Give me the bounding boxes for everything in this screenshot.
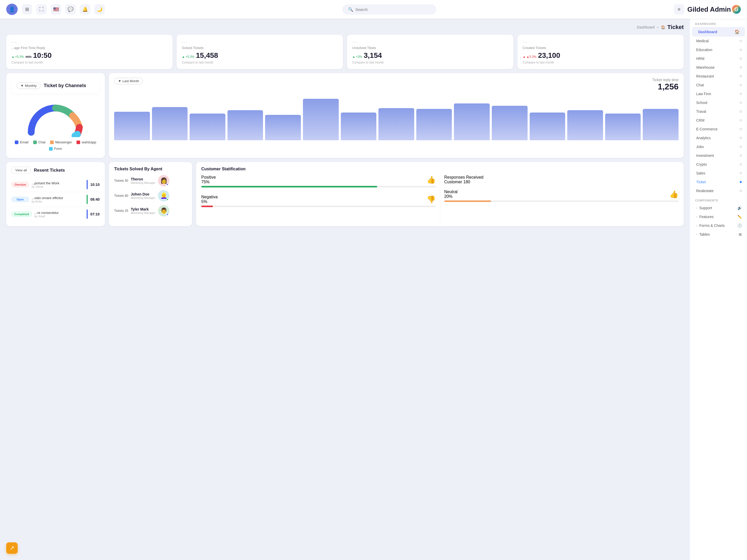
sidebar-item-ecommerce[interactable]: E-Commerce xyxy=(690,125,747,134)
ticket-title-2: ...odio ornare efficitur xyxy=(32,196,84,200)
channels-header: ▼ Monthly Ticket by Channels xyxy=(11,78,100,94)
negative-progress xyxy=(201,206,436,207)
agent-tickets-3: Tickets 25 xyxy=(114,209,128,213)
stat-menu-dots-3[interactable]: ··· xyxy=(352,39,358,45)
bar-col xyxy=(152,107,188,140)
sidebar-dot-traval xyxy=(740,110,742,112)
sidebar-item-medical[interactable]: Medical xyxy=(690,36,747,45)
main-layout: Dashboard − 🏠 Ticket ··· ...age First Ti… xyxy=(0,19,747,560)
list-item: Tickets 50 Theron Marketing Manager 👩 xyxy=(114,175,187,186)
breadcrumb-home-icon: 🏠 xyxy=(661,25,665,29)
agent-avatar-1: 👩 xyxy=(158,175,170,186)
stat-menu-dots-2[interactable]: ··· xyxy=(182,39,187,45)
edit-icon: ✏️ xyxy=(738,215,742,219)
customer-stat-card: Customer Statification Positive 75% 👍 xyxy=(196,162,684,226)
sidebar-label-ticket: Ticket xyxy=(696,180,706,184)
legend-label-wahtsapp: wahtsapp xyxy=(82,140,96,144)
moon-icon-btn[interactable]: 🌙 xyxy=(95,4,105,15)
sidebar-item-hrm[interactable]: HRM xyxy=(690,54,747,63)
sidebar-item-crm[interactable]: CRM xyxy=(690,116,747,125)
positive-progress xyxy=(201,186,436,187)
gauge-legend: Email Chat Messenger wahtsapp xyxy=(11,140,100,151)
neutral-label: Neutral xyxy=(444,189,458,194)
recent-title: Resent Tickets xyxy=(34,168,65,173)
sidebar-item-sales[interactable]: Sales xyxy=(690,169,747,178)
cust-right: Responses Received Customer 180 Neutral … xyxy=(440,175,679,230)
positive-emoji-icon: 👍 xyxy=(427,176,436,184)
recent-header: View all Resent Tickets xyxy=(11,167,100,174)
agent-avatar-2: 👱‍♀️ xyxy=(158,190,170,202)
cust-grid: Positive 75% 👍 xyxy=(201,175,678,230)
stat-menu-dots[interactable]: ··· xyxy=(11,39,17,45)
legend-email: Email xyxy=(15,140,28,144)
bar-col xyxy=(303,99,339,140)
stat-menu-dots-4[interactable]: ··· xyxy=(523,39,528,45)
agent-role-1: Marketing Manager xyxy=(131,181,155,184)
ticket-info-2: ...odio ornare efficitur by Amla xyxy=(32,196,84,203)
sidebar-item-realestate[interactable]: Realestate xyxy=(690,186,747,195)
legend-dot-wahtsapp xyxy=(77,140,80,144)
sidebar-item-traval[interactable]: Traval xyxy=(690,107,747,116)
chat-icon-btn[interactable]: 💬 xyxy=(66,4,76,15)
bar-col xyxy=(567,110,603,140)
sidebar-item-investment[interactable]: Investment xyxy=(690,151,747,160)
sidebar-item-education[interactable]: Education xyxy=(690,45,747,54)
ticket-by-1: by Johne xyxy=(32,185,84,188)
ticket-time-1: 10:10 xyxy=(90,183,100,187)
search-input[interactable] xyxy=(355,7,431,12)
sidebar-item-jobs[interactable]: Jobs xyxy=(690,142,747,151)
view-all-btn[interactable]: View all xyxy=(11,167,31,174)
sidebar-label-warehouse: Warehouse xyxy=(696,65,715,70)
sidebar-item-school[interactable]: School xyxy=(690,98,747,107)
float-action-btn[interactable]: ↗ xyxy=(6,542,18,554)
sidebar-item-analytics[interactable]: Analytics xyxy=(690,134,747,142)
sidebar-item-chat[interactable]: Chat xyxy=(690,81,747,89)
stat-value-created: 23,100 xyxy=(538,51,560,60)
sidebar-item-dashboard[interactable]: Dashboard 🏠 xyxy=(692,27,745,36)
monthly-filter-btn[interactable]: ▼ Monthly xyxy=(17,82,41,89)
grid-icon-btn[interactable]: ⊞ xyxy=(22,4,32,15)
sidebar-item-forms-charts[interactable]: ‹ Forms & Charts 🕐 xyxy=(690,221,747,230)
stat-value-unsolved: 3,154 xyxy=(364,51,382,60)
channels-chart-card: ▼ Monthly Ticket by Channels xyxy=(6,73,105,158)
sidebar-item-features[interactable]: ‹ Features ✏️ xyxy=(690,212,747,221)
bar-col xyxy=(492,106,527,140)
bell-icon-btn[interactable]: 🔔 xyxy=(80,4,90,15)
agent-name-1: Theron xyxy=(131,177,155,181)
sidebar-item-crypto[interactable]: Crypto xyxy=(690,160,747,169)
grid-icon-tables: ⊞ xyxy=(739,232,742,236)
negative-emoji-icon: 👎 xyxy=(427,195,436,204)
ticket-title-1: ...portant the Work xyxy=(32,181,84,185)
sidebar-item-tables[interactable]: ‹ Tables ⊞ xyxy=(690,230,747,239)
sidebar-label-traval: Traval xyxy=(696,109,706,113)
responses-section: Responses Received Customer 180 xyxy=(444,175,679,184)
responses-value: Customer 180 xyxy=(444,180,679,184)
crop-icon-btn[interactable]: ⛶ xyxy=(36,4,47,15)
agents-title: Tickets Solved By Agent xyxy=(114,167,187,171)
avatar[interactable]: 👤 xyxy=(6,4,18,15)
breadcrumb-home[interactable]: Dashboard xyxy=(637,25,655,29)
sidebar-label-crm: CRM xyxy=(696,118,704,123)
sidebar-dot-investment xyxy=(740,155,742,157)
sidebar-label-education: Education xyxy=(696,48,712,52)
legend-label-messenger: Messenger xyxy=(55,140,72,144)
sidebar-item-warehouse[interactable]: Warehouse xyxy=(690,63,747,72)
sidebar-item-lawfirm[interactable]: Law Firm xyxy=(690,89,747,98)
search-bar[interactable]: 🔍 xyxy=(343,5,436,14)
sidebar-dot-lawfirm xyxy=(740,93,742,95)
sidebar-item-restaurant[interactable]: Restaurant xyxy=(690,72,747,81)
reply-time-value: 1,256 xyxy=(652,82,678,91)
brand-name: Gilded Admin xyxy=(687,5,731,14)
sidebar-item-support[interactable]: ‹ Support 🔊 xyxy=(690,204,747,212)
bar-col xyxy=(643,109,678,140)
sidebar-item-ticket[interactable]: Ticket xyxy=(690,178,747,186)
agent-role-3: Marketing Manager xyxy=(131,211,155,214)
stat-trend-reply: ▲ +5.3% xyxy=(11,55,24,59)
sidebar-label-school: School xyxy=(696,101,707,105)
cust-left: Positive 75% 👍 xyxy=(201,175,440,230)
navbar-center: 🔍 xyxy=(105,5,674,14)
flag-icon-btn[interactable]: 🇺🇸 xyxy=(51,4,61,15)
lastmonth-filter-btn[interactable]: ▼ Last Month xyxy=(114,78,143,84)
hamburger-btn[interactable]: ≡ xyxy=(674,4,684,15)
agent-name-2: Johen Doe xyxy=(131,192,155,196)
